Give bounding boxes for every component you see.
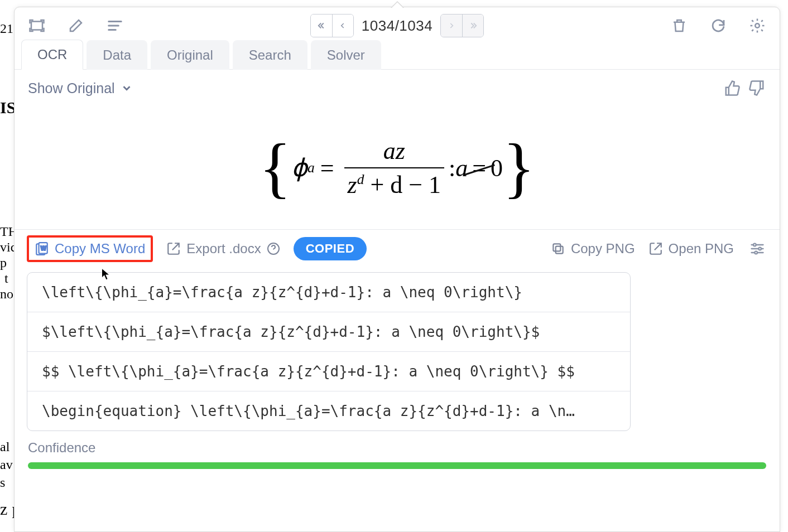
word-icon: W [35,241,49,256]
copy-icon [551,241,565,256]
bg-text: s [0,475,5,490]
formula-den-rest: + d − 1 [364,171,441,199]
subbar: Show Original [15,70,780,107]
page-indicator: 1034/1034 [362,17,433,35]
tab-original[interactable]: Original [151,40,229,70]
left-brace: { [259,134,291,201]
gear-icon[interactable] [746,14,768,37]
export-docx-button[interactable]: Export .docx [166,241,280,257]
formula-den-z: z [348,171,357,199]
confidence-section: Confidence [15,431,780,473]
feedback-buttons [723,79,766,98]
formula-a: a [455,154,468,182]
rendered-formula: { ϕa = az zd + d − 1 : a = 0 } [15,107,780,229]
pager-first-button[interactable] [311,14,332,37]
bg-text: av [0,457,13,472]
snip-icon[interactable] [26,14,48,37]
pager-last-button[interactable] [462,14,483,37]
latex-row: $\left\{\phi_{a}=\frac{a z}{z^{d}+d-1}: … [27,312,630,351]
copy-msword-label: Copy MS Word [55,241,145,257]
open-png-label: Open PNG [669,241,734,257]
svg-text:W: W [41,245,47,252]
formula-phi: ϕ [291,153,307,182]
svg-rect-7 [553,244,560,251]
export-icon [166,241,181,256]
copy-png-button[interactable]: Copy PNG [551,241,635,257]
latex-code[interactable]: \begin{equation} \left\{\phi_{a}=\frac{a… [27,391,630,431]
latex-code[interactable]: $\left\{\phi_{a}=\frac{a z}{z^{d}+d-1}: … [27,312,630,351]
tab-ocr[interactable]: OCR [21,40,83,70]
latex-list: \left\{\phi_{a}=\frac{a z}{z^{d}+d-1}: a… [27,272,631,431]
formula-colon: : [449,154,455,182]
pager-next-button[interactable] [441,14,462,37]
formula-numerator: az [380,137,409,167]
formula-zero: 0 [491,154,503,182]
bg-text: t [4,271,8,286]
action-bar: W Copy MS Word Export .docx COPIED Copy … [15,229,780,268]
latex-code[interactable]: $$ \left\{\phi_{a}=\frac{a z}{z^{d}+d-1}… [27,352,630,391]
bg-text: p [0,255,7,270]
right-brace: } [503,134,535,201]
pager: 1034/1034 [310,14,484,37]
open-png-button[interactable]: Open PNG [648,241,734,257]
export-docx-label: Export .docx [186,241,261,257]
copy-msword-button[interactable]: W Copy MS Word [27,235,153,262]
tab-solver[interactable]: Solver [311,40,381,70]
svg-point-1 [755,23,760,28]
copied-badge: COPIED [294,237,367,260]
pager-fwd-group [440,14,484,37]
latex-code[interactable]: \left\{\phi_{a}=\frac{a z}{z^{d}+d-1}: a… [27,273,630,312]
svg-rect-6 [556,246,563,254]
thumbs-down-icon[interactable] [747,79,766,98]
bg-text: al [0,439,9,454]
show-original-toggle[interactable]: Show Original [28,80,133,96]
open-icon [648,241,663,256]
app-panel: 1034/1034 OCR Data Or [14,7,780,532]
tabs: OCR Data Original Search Solver [15,40,780,70]
panel-pointer-notch [391,1,404,8]
trash-icon[interactable] [668,14,690,37]
bg-text: no [0,287,13,302]
formula-eq: = [320,154,334,182]
svg-point-8 [753,244,756,246]
lines-icon[interactable] [104,14,126,37]
confidence-label: Confidence [28,440,766,456]
help-icon[interactable] [267,242,280,255]
sliders-icon[interactable] [747,239,767,259]
neq-icon: = [472,154,486,182]
pager-back-group [310,14,354,37]
bg-text: 21 [0,21,13,36]
show-original-label: Show Original [28,80,115,96]
svg-rect-0 [31,22,42,30]
edit-icon[interactable] [65,14,87,37]
latex-row: $$ \left\{\phi_{a}=\frac{a z}{z^{d}+d-1}… [27,351,630,391]
formula-denominator: zd + d − 1 [344,167,445,199]
confidence-bar [28,462,766,469]
toolbar-right [668,14,768,37]
pager-prev-button[interactable] [332,14,353,37]
formula-fraction: az zd + d − 1 [344,137,445,199]
toolbar: 1034/1034 [15,7,780,40]
formula-den-sup: d [357,171,364,187]
thumbs-up-icon[interactable] [723,79,742,98]
svg-point-9 [758,248,761,250]
tab-search[interactable]: Search [233,40,307,70]
latex-block: \left\{\phi_{a}=\frac{a z}{z^{d}+d-1}: a… [15,268,643,431]
copy-png-label: Copy PNG [571,241,635,257]
svg-point-10 [755,252,757,254]
content-area: Show Original { ϕa = az zd + d − 1 [15,70,780,531]
chevron-down-icon [121,82,133,94]
latex-row: \left\{\phi_{a}=\frac{a z}{z^{d}+d-1}: a… [27,273,630,312]
formula-phi-sub: a [307,159,315,176]
latex-row: \begin{equation} \left\{\phi_{a}=\frac{a… [27,391,630,431]
refresh-icon[interactable] [707,14,729,37]
tab-data[interactable]: Data [87,40,147,70]
